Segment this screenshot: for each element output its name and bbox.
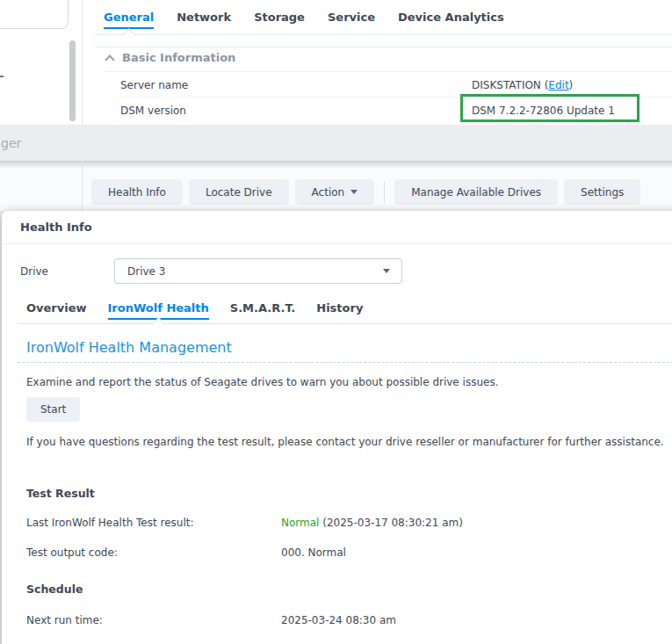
last-test-result-label: Last IronWolf Health Test result: <box>26 517 194 530</box>
tab-storage[interactable]: Storage <box>254 11 305 29</box>
status-timestamp: (2025-03-17 08:30:21 am) <box>319 517 462 529</box>
ironwolf-description: Examine and report the status of Seagate… <box>26 373 664 392</box>
dsm-version-label: DSM version <box>120 105 186 117</box>
server-name-text-close: ) <box>569 79 574 91</box>
control-panel-window: General Network Storage Service Device A… <box>0 0 672 125</box>
locate-drive-button-label: Locate Drive <box>206 186 272 199</box>
tab-divider <box>95 34 672 35</box>
dialog-title: Health Info <box>20 221 92 235</box>
vertical-scrollbar[interactable] <box>69 40 76 121</box>
dialog-tab-divider <box>18 323 672 324</box>
last-test-result-value: Normal (2025-03-17 08:30:21 am) <box>281 517 463 530</box>
health-info-dialog: Health Info Drive Drive 3 Overview IronW… <box>2 211 672 644</box>
settings-button[interactable]: Settings <box>564 179 640 205</box>
info-center-tabbar: General Network Storage Service Device A… <box>104 11 504 29</box>
start-button[interactable]: Start <box>26 397 80 422</box>
next-run-time-value: 2025-03-24 08:30 am <box>281 614 396 627</box>
tab-overview[interactable]: Overview <box>26 301 87 320</box>
test-result-heading: Test Result <box>26 487 95 500</box>
section-top-line <box>95 47 672 47</box>
heading-dashed-divider <box>18 362 672 363</box>
panel-divider <box>82 0 83 125</box>
action-button-label: Action <box>312 186 345 199</box>
locate-drive-button[interactable]: Locate Drive <box>189 179 289 205</box>
row-divider <box>105 71 672 72</box>
tab-general[interactable]: General <box>104 11 154 29</box>
tab-device-analytics[interactable]: Device Analytics <box>398 11 504 29</box>
health-info-button-label: Health Info <box>108 186 166 199</box>
action-dropdown-button[interactable]: Action <box>295 179 375 205</box>
tab-smart[interactable]: S.M.A.R.T. <box>230 301 295 320</box>
next-run-time-label: Next run time: <box>26 614 103 627</box>
toolbar-separator <box>384 182 385 203</box>
manage-available-drives-button[interactable]: Manage Available Drives <box>394 179 558 205</box>
section-title: Basic Information <box>122 51 235 65</box>
test-output-code-label: Test output code: <box>26 546 118 560</box>
server-name-value: DISKSTATION (Edit) <box>472 79 573 91</box>
schedule-heading: Schedule <box>26 582 83 596</box>
storage-panel-divider <box>82 161 83 211</box>
edit-link[interactable]: Edit <box>548 79 568 91</box>
dsm-version-highlight <box>460 94 639 122</box>
server-name-text: DISKSTATION ( <box>472 79 548 91</box>
settings-button-label: Settings <box>581 186 624 199</box>
caret-down-icon <box>350 190 358 194</box>
basic-information-header[interactable]: Basic Information <box>106 51 235 65</box>
dialog-header-divider <box>2 243 672 244</box>
drive-toolbar: Health Info Locate Drive Action Manage A… <box>91 179 640 205</box>
window-title-fragment: ger <box>1 136 21 151</box>
drive-select-value: Drive 3 <box>127 265 165 278</box>
collapse-chevron-icon <box>105 54 114 64</box>
dialog-tabbar: Overview IronWolf Health S.M.A.R.T. Hist… <box>26 301 363 320</box>
left-panel-fragment <box>0 76 4 77</box>
start-button-label: Start <box>40 403 66 416</box>
tab-service[interactable]: Service <box>328 11 375 29</box>
health-info-button[interactable]: Health Info <box>91 179 183 205</box>
ironwolf-heading: IronWolf Health Management <box>26 339 232 357</box>
panel-top-shade <box>0 162 672 169</box>
status-normal: Normal <box>281 517 319 529</box>
caret-down-icon <box>383 269 390 273</box>
tab-history[interactable]: History <box>316 301 363 320</box>
storage-manager-region: ger Health Info Locate Drive Action Mana… <box>0 125 672 211</box>
tab-network[interactable]: Network <box>177 11 231 29</box>
manage-drives-button-label: Manage Available Drives <box>411 186 541 199</box>
active-tab-notch <box>123 28 134 40</box>
reseller-note: If you have questions regarding the test… <box>26 433 664 452</box>
test-output-code-value: 000. Normal <box>281 546 346 560</box>
drive-label: Drive <box>20 265 48 279</box>
server-name-label: Server name <box>120 79 188 91</box>
drive-select[interactable]: Drive 3 <box>114 258 402 284</box>
search-input[interactable] <box>0 0 69 29</box>
